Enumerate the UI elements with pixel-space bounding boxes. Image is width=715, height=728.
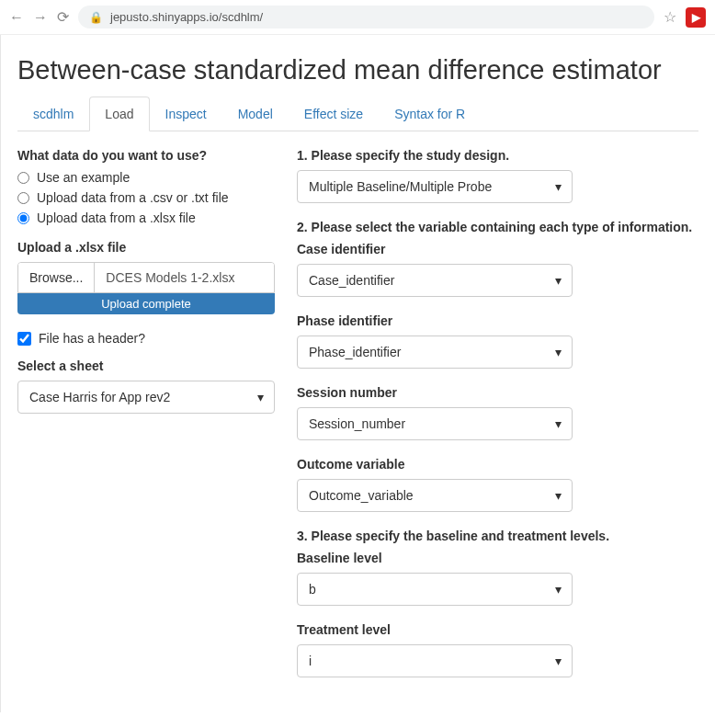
study-design-select[interactable]: Multiple Baseline/Multiple Probe bbox=[297, 170, 573, 203]
session-value: Session_number bbox=[309, 416, 405, 431]
radio-upload-csv-input[interactable] bbox=[17, 192, 29, 204]
radio-upload-csv-label: Upload data from a .csv or .txt file bbox=[37, 190, 229, 205]
file-input: Browse... DCES Models 1-2.xlsx bbox=[17, 262, 275, 293]
tab-inspect[interactable]: Inspect bbox=[150, 97, 222, 131]
bookmark-star-icon[interactable]: ☆ bbox=[664, 8, 676, 26]
baseline-label: Baseline level bbox=[297, 551, 698, 565]
browse-button[interactable]: Browse... bbox=[18, 263, 95, 292]
header-checkbox-label: File has a header? bbox=[39, 331, 145, 346]
treatment-value: i bbox=[309, 654, 312, 668]
sheet-select-value: Case Harris for App rev2 bbox=[29, 390, 170, 404]
treatment-label: Treatment level bbox=[297, 622, 698, 637]
phase-id-select[interactable]: Phase_identifier bbox=[297, 336, 573, 369]
session-label: Session number bbox=[297, 385, 698, 400]
tab-effect-size[interactable]: Effect size bbox=[289, 97, 379, 131]
radio-upload-csv[interactable]: Upload data from a .csv or .txt file bbox=[17, 190, 275, 205]
study-design-value: Multiple Baseline/Multiple Probe bbox=[309, 179, 492, 194]
file-name-display: DCES Models 1-2.xlsx bbox=[95, 263, 274, 292]
page-title: Between-case standardized mean differenc… bbox=[17, 55, 698, 85]
url-text: jepusto.shinyapps.io/scdhlm/ bbox=[110, 10, 263, 24]
radio-use-example[interactable]: Use an example bbox=[17, 170, 275, 185]
q1-label: 1. Please specify the study design. bbox=[297, 148, 698, 163]
baseline-select[interactable]: b bbox=[297, 573, 573, 606]
left-column: What data do you want to use? Use an exa… bbox=[17, 148, 275, 694]
pdf-extension-icon[interactable]: ▶ bbox=[686, 7, 706, 28]
baseline-value: b bbox=[309, 582, 316, 597]
select-sheet-label: Select a sheet bbox=[17, 358, 275, 373]
radio-upload-xlsx-input[interactable] bbox=[17, 212, 29, 224]
header-checkbox-row[interactable]: File has a header? bbox=[17, 331, 275, 346]
phase-id-label: Phase identifier bbox=[297, 313, 698, 328]
treatment-select[interactable]: i bbox=[297, 644, 573, 677]
outcome-label: Outcome variable bbox=[297, 457, 698, 472]
upload-xlsx-label: Upload a .xlsx file bbox=[17, 240, 275, 255]
case-id-select[interactable]: Case_identifier bbox=[297, 264, 573, 297]
tab-load[interactable]: Load bbox=[89, 97, 149, 131]
case-id-label: Case identifier bbox=[297, 242, 698, 256]
radio-use-example-label: Use an example bbox=[37, 170, 130, 185]
tab-scdhlm[interactable]: scdhlm bbox=[17, 97, 89, 131]
forward-icon[interactable]: → bbox=[33, 9, 48, 26]
right-column: 1. Please specify the study design. Mult… bbox=[297, 148, 698, 694]
outcome-value: Outcome_variable bbox=[309, 488, 414, 503]
url-bar[interactable]: 🔒 jepusto.shinyapps.io/scdhlm/ bbox=[78, 6, 654, 28]
sheet-select[interactable]: Case Harris for App rev2 bbox=[17, 381, 275, 414]
upload-progress: Upload complete bbox=[17, 293, 275, 314]
lock-icon: 🔒 bbox=[89, 11, 103, 24]
radio-use-example-input[interactable] bbox=[17, 172, 29, 184]
back-icon[interactable]: ← bbox=[9, 9, 24, 26]
header-checkbox[interactable] bbox=[17, 332, 31, 346]
case-id-value: Case_identifier bbox=[309, 273, 394, 288]
tab-model[interactable]: Model bbox=[222, 97, 289, 131]
radio-upload-xlsx[interactable]: Upload data from a .xlsx file bbox=[17, 210, 275, 225]
tab-syntax[interactable]: Syntax for R bbox=[379, 97, 481, 131]
q2-label: 2. Please select the variable containing… bbox=[297, 220, 698, 234]
phase-id-value: Phase_identifier bbox=[309, 345, 401, 359]
page-content: Between-case standardized mean differenc… bbox=[0, 35, 715, 712]
outcome-select[interactable]: Outcome_variable bbox=[297, 479, 573, 512]
tab-bar: scdhlm Load Inspect Model Effect size Sy… bbox=[17, 97, 698, 131]
q3-label: 3. Please specify the baseline and treat… bbox=[297, 529, 698, 543]
reload-icon[interactable]: ⟳ bbox=[57, 8, 69, 26]
session-select[interactable]: Session_number bbox=[297, 407, 573, 440]
browser-toolbar: ← → ⟳ 🔒 jepusto.shinyapps.io/scdhlm/ ☆ ▶ bbox=[0, 0, 715, 35]
radio-upload-xlsx-label: Upload data from a .xlsx file bbox=[37, 210, 196, 225]
what-data-label: What data do you want to use? bbox=[17, 148, 275, 163]
